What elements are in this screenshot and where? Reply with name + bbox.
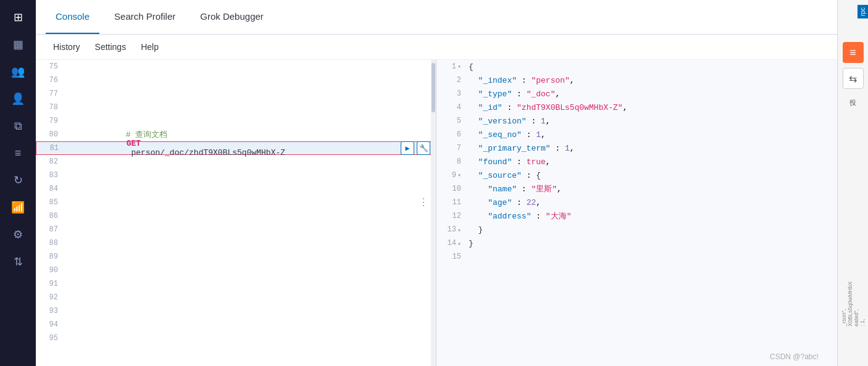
editor-pane: 75 76 77 78: [36, 60, 436, 366]
result-line-4: 4 "_id" : "zhdT9X0BLs5q0wMHbX-Z",: [436, 101, 837, 114]
sub-nav-settings[interactable]: Settings: [88, 40, 134, 54]
sidebar-icon-calendar[interactable]: ▦: [6, 32, 30, 57]
code-line-82: 82: [36, 155, 436, 168]
result-line-3: 3 "_type" : "_doc",: [436, 87, 837, 101]
result-line-10: 10 "name" : "里斯",: [436, 182, 837, 196]
sidebar-icon-users[interactable]: 👥: [6, 59, 30, 84]
sidebar-icon-person[interactable]: 👤: [6, 86, 30, 111]
sidebar-icon-filter[interactable]: ≡: [6, 141, 30, 165]
result-line-12: 12 "address" : "大海": [436, 209, 837, 223]
editor-scrollbar[interactable]: [431, 60, 436, 366]
code-line-75: 75: [36, 60, 436, 73]
code-line-81[interactable]: 81 GET person/_doc/zhdT9X0BLs5q0wMHbX-Z …: [36, 141, 436, 155]
result-line-1: 1 ▾ {: [436, 60, 837, 73]
code-line-77: 77: [36, 87, 436, 101]
result-line-7: 7 "_primary_term" : 1,: [436, 141, 837, 155]
result-line-14: 14 ▴ }: [436, 236, 837, 250]
sub-nav-history[interactable]: History: [46, 40, 88, 54]
result-line-6: 6 "_seq_no" : 1,: [436, 128, 837, 141]
edit-icon-button[interactable]: ⇆: [843, 68, 864, 89]
code-line-93: 93: [36, 304, 436, 318]
result-line-11: 11 "age" : 22,: [436, 196, 837, 209]
tab-grok-debugger[interactable]: Grok Debugger: [190, 0, 273, 34]
editor-container: 75 76 77 78: [36, 60, 837, 366]
code-line-89: 89: [36, 250, 436, 264]
line-actions: ▶ 🔧: [401, 141, 430, 155]
sub-nav-help[interactable]: Help: [133, 40, 166, 54]
preview-snippet: _rson", X0BLs5q0wMHbX eated", : 1,: [838, 279, 868, 329]
code-editor[interactable]: 75 76 77 78: [36, 60, 436, 366]
result-line-5: 5 "_version" : 1,: [436, 114, 837, 128]
code-line-85: 85 ⋮: [36, 196, 436, 209]
code-line-88: 88: [36, 236, 436, 250]
code-line-78: 78: [36, 101, 436, 114]
wrench-button[interactable]: 🔧: [417, 141, 430, 155]
fold-icon-1[interactable]: ▾: [457, 63, 461, 70]
code-line-91: 91: [36, 277, 436, 291]
result-line-9: 9 ▾ "_source" : {: [436, 168, 837, 182]
fold-icon-9[interactable]: ▾: [457, 172, 461, 179]
fold-icon-13[interactable]: ▴: [457, 226, 461, 233]
code-line-92: 92: [36, 291, 436, 304]
code-line-83: 83: [36, 168, 436, 182]
code-line-87: 87: [36, 223, 436, 236]
result-pane: 1 ▾ { 2 "_index" : "person", 3 "_type" :…: [436, 60, 837, 366]
main-content: Console Search Profiler Grok Debugger Hi…: [36, 0, 837, 366]
csdn-watermark: CSDN @?abc!: [770, 352, 819, 361]
sidebar-icon-signal[interactable]: 📶: [6, 195, 30, 220]
right-panel: rpc ≡ ⇆ 投 _rson", X0BLs5q0wMHbX eated", …: [837, 0, 868, 366]
sidebar: ⊞ ▦ 👥 👤 ⧉ ≡ ↻ 📶 ⚙ ⇅: [0, 0, 36, 366]
code-line-94: 94: [36, 318, 436, 331]
result-line-15: 15: [436, 250, 837, 264]
orange-action-button[interactable]: ≡: [843, 42, 864, 63]
more-options-icon[interactable]: ⋮: [419, 196, 428, 209]
result-line-13: 13 ▴ }: [436, 223, 837, 236]
tab-search-profiler[interactable]: Search Profiler: [104, 0, 185, 34]
run-button[interactable]: ▶: [401, 141, 414, 155]
code-line-86: 86: [36, 209, 436, 223]
result-line-8: 8 "found" : true,: [436, 155, 837, 168]
editor-scrollbar-thumb[interactable]: [432, 63, 435, 112]
sidebar-icon-layers[interactable]: ⧉: [6, 114, 30, 138]
sidebar-icon-share[interactable]: ⇅: [6, 249, 30, 274]
rpc-label[interactable]: rpc: [858, 5, 868, 19]
code-line-90: 90: [36, 264, 436, 277]
sub-nav: History Settings Help: [36, 35, 837, 60]
sidebar-icon-refresh[interactable]: ↻: [6, 168, 30, 193]
sidebar-icon-grid[interactable]: ⊞: [6, 5, 30, 30]
fold-icon-14[interactable]: ▴: [457, 239, 461, 247]
code-line-84: 84: [36, 182, 436, 196]
code-line-95: 95: [36, 331, 436, 345]
code-line-76: 76: [36, 73, 436, 87]
sidebar-icon-settings[interactable]: ⚙: [6, 222, 30, 247]
result-line-2: 2 "_index" : "person",: [436, 73, 837, 87]
top-nav: Console Search Profiler Grok Debugger: [36, 0, 837, 35]
tab-console[interactable]: Console: [46, 0, 99, 34]
